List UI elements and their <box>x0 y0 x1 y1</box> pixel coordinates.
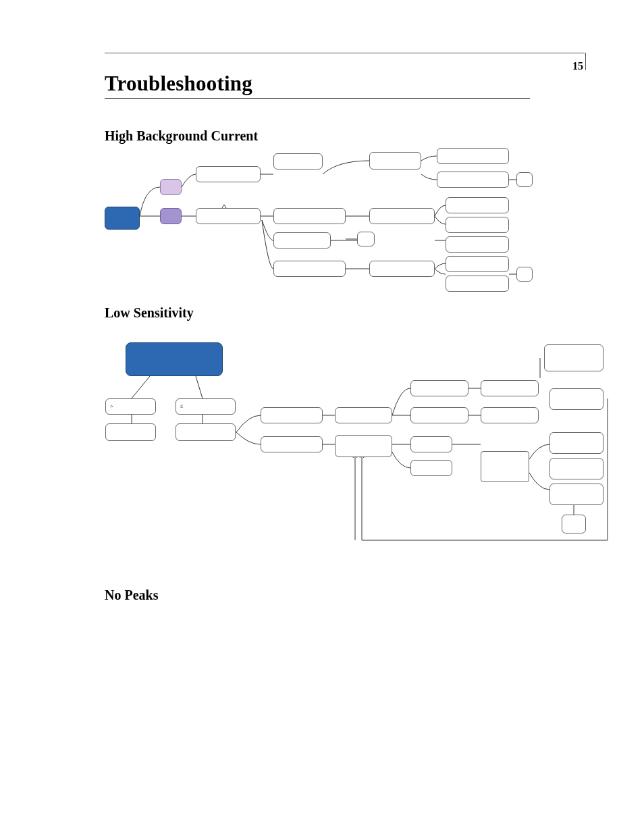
hbc-g3a <box>446 197 509 213</box>
hbc-e4 <box>273 261 346 277</box>
ls-t1 <box>410 380 468 396</box>
ls-t2 <box>410 407 468 423</box>
ls-l2 <box>105 423 156 441</box>
hbc-e2-small <box>357 232 375 246</box>
svg-line-12 <box>196 376 203 398</box>
page-title: Troubleshooting <box>105 72 252 96</box>
ls-t4 <box>481 451 529 482</box>
ls-r2 <box>176 423 236 441</box>
ls-col-r4 <box>549 484 603 505</box>
ls-start <box>126 342 223 376</box>
ls-v <box>562 515 586 533</box>
title-underline <box>105 98 530 99</box>
hbc-branch-top <box>160 179 182 195</box>
hbc-g5b <box>446 276 509 292</box>
ls-t3b <box>410 460 452 476</box>
ls-t3 <box>410 436 452 452</box>
hbc-e1 <box>273 153 323 170</box>
hbc-branch-bottom <box>160 208 182 224</box>
ls-branch-le-label: ≤ <box>180 403 183 409</box>
hbc-g2-small <box>516 172 533 187</box>
hbc-e2 <box>273 208 346 224</box>
ls-col-r3 <box>549 458 603 479</box>
hbc-g1 <box>437 148 509 164</box>
page-number-tick <box>585 53 586 70</box>
section-heading-high-background: High Background Current <box>105 128 258 144</box>
hbc-d1 <box>196 166 261 182</box>
ls-col-r0 <box>544 344 603 371</box>
page-number: 15 <box>572 60 583 72</box>
ls-p2 <box>261 436 323 452</box>
ls-p1 <box>261 407 323 423</box>
section-heading-low-sensitivity: Low Sensitivity <box>105 305 194 321</box>
hbc-g2 <box>437 172 509 188</box>
hbc-e3 <box>273 232 331 249</box>
hbc-g3b <box>446 217 509 233</box>
ls-branch-le: ≤ <box>176 398 236 415</box>
hbc-g5-small <box>516 267 533 282</box>
ls-col-r2 <box>549 432 603 454</box>
hbc-d2 <box>196 208 261 224</box>
ls-branch-gt: > <box>105 398 156 415</box>
svg-line-11 <box>132 376 150 398</box>
hbc-f3 <box>369 208 435 224</box>
ls-q1 <box>335 407 392 423</box>
ls-u2 <box>481 407 539 423</box>
hbc-start <box>105 207 140 230</box>
ls-col-r1 <box>549 388 603 410</box>
hbc-f1 <box>369 152 421 170</box>
hbc-g4 <box>446 236 509 253</box>
section-heading-no-peaks: No Peaks <box>105 588 158 603</box>
hbc-f5 <box>369 261 435 277</box>
hbc-g5a <box>446 256 509 272</box>
document-page: 15 Troubleshooting High Background Curre… <box>0 0 644 834</box>
ls-u1 <box>481 380 539 396</box>
top-divider <box>105 53 585 53</box>
ls-q2 <box>335 435 392 457</box>
ls-branch-gt-label: > <box>110 403 113 409</box>
